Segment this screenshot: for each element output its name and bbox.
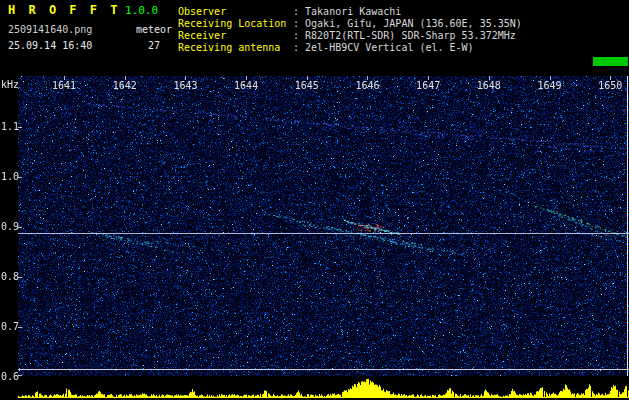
info-separator: : <box>293 42 305 53</box>
time-tick-label: 1641 <box>51 80 77 91</box>
time-tick-label: 1643 <box>172 80 198 91</box>
spectrogram-canvas <box>18 76 629 376</box>
freq-tick-label: 0.6 <box>1 371 18 382</box>
freq-tick-label: 0.8 <box>1 271 18 282</box>
info-row-receiving-location: Receiving Location: Ogaki, Gifu, JAPAN (… <box>178 18 522 30</box>
info-label: Receiver <box>178 30 293 42</box>
info-label: Receiving antenna <box>178 42 293 54</box>
info-value: Ogaki, Gifu, JAPAN (136.60E, 35.35N) <box>305 18 522 29</box>
info-row-receiving-antenna: Receiving antenna: 2el-HB9CV Vertical (e… <box>178 42 522 54</box>
time-tick-label: 1646 <box>354 80 380 91</box>
freq-tick-label: 1.0 <box>1 171 18 182</box>
info-label: Observer <box>178 6 293 18</box>
time-tick-label: 1644 <box>233 80 259 91</box>
time-tick-label: 1647 <box>415 80 441 91</box>
freq-tick-label: 0.9 <box>1 221 18 232</box>
freq-tick-label: 1.1 <box>1 121 18 132</box>
info-row-observer: Observer: Takanori Kawachi <box>178 6 522 18</box>
observation-start-datetime: 25.09.14 16:40 <box>8 40 92 51</box>
time-tick-label: 1642 <box>112 80 138 91</box>
meteor-count: 27 <box>148 40 160 51</box>
info-separator: : <box>293 18 305 29</box>
app-title: H R O F F T <box>8 3 120 17</box>
signal-level-strip <box>18 379 629 398</box>
info-row-receiver: Receiver: R820T2(RTL-SDR) SDR-Sharp 53.3… <box>178 30 522 42</box>
info-label: Receiving Location <box>178 18 293 30</box>
info-value: Takanori Kawachi <box>305 6 401 17</box>
meteor-counter-label: meteor <box>136 24 172 35</box>
freq-tick-label: 0.7 <box>1 321 18 332</box>
freq-axis-unit-label: kHz <box>1 79 19 90</box>
app-version: 1.0.0 <box>125 4 158 17</box>
time-tick-label: 1650 <box>597 80 623 91</box>
hrofft-window: H R O F F T 1.0.0 2509141640.png meteor … <box>0 0 629 400</box>
info-value: 2el-HB9CV Vertical (el. E-W) <box>305 42 474 53</box>
info-value: R820T2(RTL-SDR) SDR-Sharp 53.372MHz <box>305 30 516 41</box>
progress-bar <box>593 57 628 66</box>
time-tick-label: 1648 <box>476 80 502 91</box>
receiver-info: Observer: Takanori KawachiReceiving Loca… <box>178 6 522 54</box>
info-separator: : <box>293 30 305 41</box>
info-separator: : <box>293 6 305 17</box>
output-filename: 2509141640.png <box>8 24 92 35</box>
time-tick-label: 1645 <box>294 80 320 91</box>
time-tick-label: 1649 <box>537 80 563 91</box>
